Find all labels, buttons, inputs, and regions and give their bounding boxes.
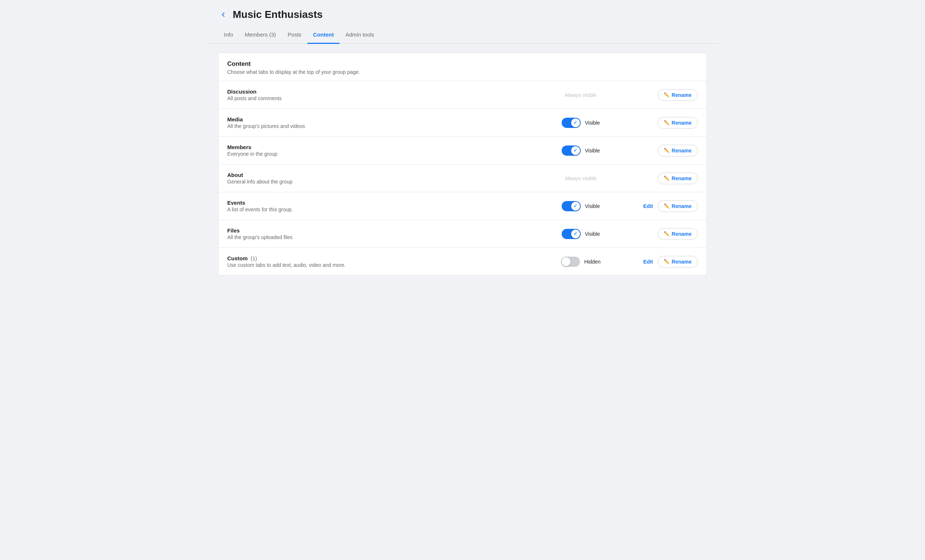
card-header: Content Choose what tabs to display at t… — [218, 53, 707, 81]
pencil-icon-discussion: ✏️ — [664, 92, 670, 98]
main-content: Content Choose what tabs to display at t… — [206, 44, 719, 284]
row-actions-discussion: ✏️ Rename — [632, 89, 698, 101]
row-info-events: Events A list of events for this group. — [227, 200, 529, 212]
visible-text-events: Visible — [585, 203, 600, 209]
toggle-status-members: ✓ Visible — [562, 146, 600, 156]
row-actions-media: ✏️ Rename — [632, 117, 698, 129]
row-desc-media: All the group's pictures and videos — [227, 123, 529, 129]
rename-button-discussion[interactable]: ✏️ Rename — [658, 89, 698, 101]
toggle-slider-members: ✓ — [562, 146, 581, 156]
check-icon-media: ✓ — [573, 120, 577, 125]
row-title-discussion: Discussion — [227, 89, 529, 95]
card-title: Content — [227, 60, 698, 68]
card-subtitle: Choose what tabs to display at the top o… — [227, 69, 698, 75]
toggle-slider-events: ✓ — [562, 201, 581, 211]
row-info-files: Files All the group's uploaded files — [227, 227, 529, 240]
pencil-icon-custom: ✏️ — [664, 259, 670, 264]
pencil-icon-about: ✏️ — [664, 176, 670, 181]
toggle-files[interactable]: ✓ — [562, 229, 581, 239]
row-desc-events: A list of events for this group. — [227, 207, 529, 212]
toggle-knob-media: ✓ — [571, 119, 580, 127]
rename-label-about: Rename — [672, 176, 691, 181]
rename-button-media[interactable]: ✏️ Rename — [658, 117, 698, 129]
rename-button-members[interactable]: ✏️ Rename — [658, 145, 698, 156]
rename-button-about[interactable]: ✏️ Rename — [658, 173, 698, 184]
tab-admin-tools[interactable]: Admin tools — [340, 26, 380, 44]
row-desc-custom: Use custom tabs to add text, audio, vide… — [227, 262, 529, 268]
pencil-icon-files: ✏️ — [664, 231, 670, 237]
row-title-custom-badge: (1) — [251, 255, 257, 261]
row-status-members: ✓ Visible — [529, 146, 632, 156]
row-events: Events A list of events for this group. … — [218, 192, 707, 220]
toggle-status-media: ✓ Visible — [562, 118, 600, 128]
row-title-members: Members — [227, 144, 529, 150]
row-status-custom: Hidden — [529, 257, 632, 267]
row-title-custom: Custom (1) — [227, 255, 529, 261]
toggle-media[interactable]: ✓ — [562, 118, 581, 128]
visible-text-members: Visible — [585, 148, 600, 153]
toggle-members[interactable]: ✓ — [562, 146, 581, 156]
row-status-discussion: Always visible — [529, 92, 632, 98]
row-title-custom-text: Custom — [227, 255, 248, 261]
rename-label-media: Rename — [672, 120, 691, 126]
row-files: Files All the group's uploaded files ✓ V… — [218, 220, 707, 248]
rename-button-events[interactable]: ✏️ Rename — [658, 200, 698, 212]
row-actions-members: ✏️ Rename — [632, 145, 698, 156]
pencil-icon-events: ✏️ — [664, 203, 670, 209]
row-status-files: ✓ Visible — [529, 229, 632, 239]
row-status-events: ✓ Visible — [529, 201, 632, 211]
page-container: Music Enthusiasts Info Members (3) Posts… — [206, 0, 719, 284]
row-media: Media All the group's pictures and video… — [218, 109, 707, 137]
row-actions-custom: Edit ✏️ Rename — [632, 256, 698, 267]
rename-label-files: Rename — [672, 231, 691, 237]
toggle-slider-custom — [561, 257, 580, 267]
row-actions-about: ✏️ Rename — [632, 173, 698, 184]
rename-label-members: Rename — [672, 148, 691, 153]
row-desc-files: All the group's uploaded files — [227, 234, 529, 240]
toggle-events[interactable]: ✓ — [562, 201, 581, 211]
pencil-icon-members: ✏️ — [664, 148, 670, 153]
row-about: About General info about the group Alway… — [218, 165, 707, 192]
row-desc-discussion: All posts and comments — [227, 95, 529, 101]
toggle-slider-files: ✓ — [562, 229, 581, 239]
check-icon-files: ✓ — [573, 231, 577, 237]
tab-content[interactable]: Content — [307, 26, 340, 44]
always-visible-about: Always visible — [565, 176, 597, 181]
toggle-status-custom: Hidden — [561, 257, 600, 267]
row-custom: Custom (1) Use custom tabs to add text, … — [218, 248, 707, 275]
pencil-icon-media: ✏️ — [664, 120, 670, 125]
toggle-slider-media: ✓ — [562, 118, 581, 128]
row-members: Members Everyone in the group ✓ Visible — [218, 137, 707, 165]
row-actions-files: ✏️ Rename — [632, 228, 698, 240]
check-icon-members: ✓ — [573, 148, 577, 153]
page-title: Music Enthusiasts — [233, 9, 323, 21]
toggle-knob-files: ✓ — [571, 230, 580, 238]
page-header: Music Enthusiasts — [206, 0, 719, 21]
edit-button-custom[interactable]: Edit — [643, 259, 653, 265]
tab-members[interactable]: Members (3) — [239, 26, 282, 44]
row-status-media: ✓ Visible — [529, 118, 632, 128]
rename-button-files[interactable]: ✏️ Rename — [658, 228, 698, 240]
toggle-status-files: ✓ Visible — [562, 229, 600, 239]
row-discussion: Discussion All posts and comments Always… — [218, 81, 707, 109]
row-title-files: Files — [227, 227, 529, 234]
back-button[interactable] — [218, 9, 228, 20]
toggle-status-events: ✓ Visible — [562, 201, 600, 211]
visible-text-files: Visible — [585, 231, 600, 237]
rename-button-custom[interactable]: ✏️ Rename — [658, 256, 698, 267]
edit-button-events[interactable]: Edit — [643, 203, 653, 209]
check-icon-events: ✓ — [573, 203, 577, 209]
rename-label-events: Rename — [672, 203, 691, 209]
tab-posts[interactable]: Posts — [282, 26, 307, 44]
content-card: Content Choose what tabs to display at t… — [218, 53, 707, 276]
row-actions-events: Edit ✏️ Rename — [632, 200, 698, 212]
tab-info[interactable]: Info — [218, 26, 239, 44]
toggle-knob-custom — [562, 257, 571, 266]
toggle-custom[interactable] — [561, 257, 580, 267]
row-info-media: Media All the group's pictures and video… — [227, 116, 529, 129]
row-title-events: Events — [227, 200, 529, 206]
row-title-media: Media — [227, 116, 529, 122]
hidden-text-custom: Hidden — [585, 259, 600, 265]
row-desc-about: General info about the group — [227, 179, 529, 185]
row-info-about: About General info about the group — [227, 172, 529, 185]
